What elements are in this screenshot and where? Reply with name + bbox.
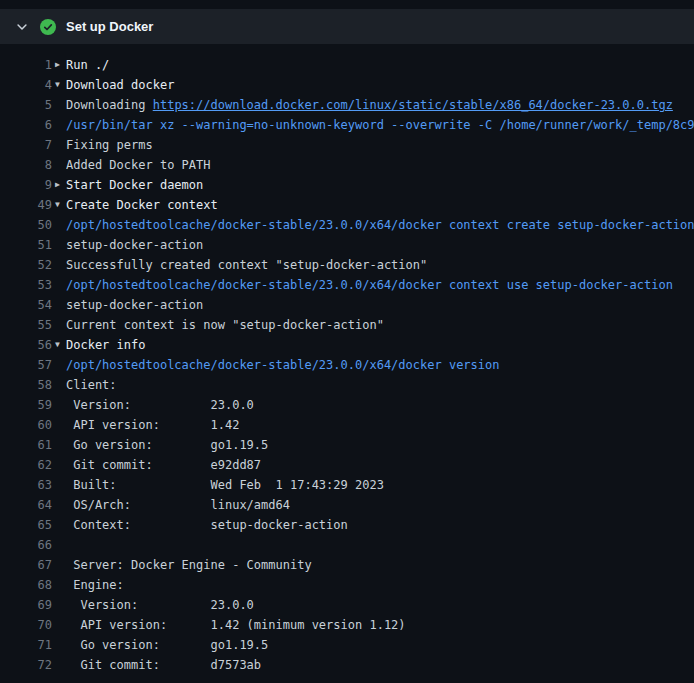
line-number-link[interactable]: 70 [0,615,52,635]
log-text: Engine: [66,575,694,595]
plain-text: setup-docker-action [66,238,203,252]
log-line: 4▼Download docker [0,75,694,95]
log-line: 62 Git commit: e92dd87 [0,455,694,475]
line-number-link[interactable]: 49 [0,195,52,215]
line-number-link[interactable]: 50 [0,215,52,235]
arrow-spacer [52,615,66,635]
log-line: 52Successfully created context "setup-do… [0,255,694,275]
arrow-spacer [52,455,66,475]
log-line: 55Current context is now "setup-docker-a… [0,315,694,335]
line-number-link[interactable]: 1 [0,55,52,75]
arrow-spacer [52,495,66,515]
group-expand-icon[interactable]: ▶ [52,55,66,75]
line-number-link[interactable]: 57 [0,355,52,375]
arrow-spacer [52,515,66,535]
log-url-link[interactable]: https://download.docker.com/linux/static… [153,98,673,112]
chevron-down-icon[interactable] [14,19,30,35]
line-number-link[interactable]: 58 [0,375,52,395]
log-text: Go version: go1.19.5 [66,435,694,455]
line-number-link[interactable]: 60 [0,415,52,435]
arrow-spacer [52,395,66,415]
step-header[interactable]: Set up Docker [0,9,694,44]
log-text: Create Docker context [66,195,694,215]
line-number-link[interactable]: 55 [0,315,52,335]
line-number-link[interactable]: 4 [0,75,52,95]
arrow-spacer [52,355,66,375]
log-text: setup-docker-action [66,235,694,255]
log-text: Built: Wed Feb 1 17:43:29 2023 [66,475,694,495]
log-line: 67 Server: Docker Engine - Community [0,555,694,575]
line-number-link[interactable]: 5 [0,95,52,115]
log-line: 7Fixing perms [0,135,694,155]
log-line: 8Added Docker to PATH [0,155,694,175]
line-number-link[interactable]: 68 [0,575,52,595]
log-lines: 1▶Run ./4▼Download docker5Downloading ht… [0,44,694,675]
line-number-link[interactable]: 56 [0,335,52,355]
line-number-link[interactable]: 7 [0,135,52,155]
plain-text: Current context is now "setup-docker-act… [66,318,384,332]
log-line: 53/opt/hostedtoolcache/docker-stable/23.… [0,275,694,295]
line-number-link[interactable]: 72 [0,655,52,675]
line-number-link[interactable]: 54 [0,295,52,315]
line-number-link[interactable]: 66 [0,535,52,555]
group-title[interactable]: Create Docker context [66,198,218,212]
line-number-link[interactable]: 64 [0,495,52,515]
log-line: 60 API version: 1.42 [0,415,694,435]
line-number-link[interactable]: 53 [0,275,52,295]
log-text: Git commit: d7573ab [66,655,694,675]
arrow-spacer [52,375,66,395]
log-text: API version: 1.42 (minimum version 1.12) [66,615,694,635]
log-text: Go version: go1.19.5 [66,635,694,655]
line-number-link[interactable]: 8 [0,155,52,175]
plain-text: OS/Arch: linux/amd64 [66,498,290,512]
log-text: Client: [66,375,694,395]
command-text: /opt/hostedtoolcache/docker-stable/23.0.… [66,218,694,232]
arrow-spacer [52,575,66,595]
group-title[interactable]: Start Docker daemon [66,178,203,192]
line-number-link[interactable]: 63 [0,475,52,495]
arrow-spacer [52,235,66,255]
line-number-link[interactable]: 52 [0,255,52,275]
log-text: OS/Arch: linux/amd64 [66,495,694,515]
line-number-link[interactable]: 62 [0,455,52,475]
log-text: /opt/hostedtoolcache/docker-stable/23.0.… [66,215,694,235]
line-number-link[interactable]: 9 [0,175,52,195]
group-expand-icon[interactable]: ▶ [52,175,66,195]
group-title[interactable]: Docker info [66,338,145,352]
group-collapse-icon[interactable]: ▼ [52,195,66,215]
log-line: 5Downloading https://download.docker.com… [0,95,694,115]
log-line: 68 Engine: [0,575,694,595]
log-line: 59 Version: 23.0.0 [0,395,694,415]
arrow-spacer [52,115,66,135]
group-title[interactable]: Download docker [66,78,174,92]
arrow-spacer [52,415,66,435]
arrow-spacer [52,535,66,555]
plain-text: Built: Wed Feb 1 17:43:29 2023 [66,478,384,492]
step-title: Set up Docker [66,19,153,34]
line-number-link[interactable]: 59 [0,395,52,415]
group-collapse-icon[interactable]: ▼ [52,335,66,355]
plain-text: Engine: [66,578,124,592]
group-collapse-icon[interactable]: ▼ [52,75,66,95]
plain-text: Client: [66,378,117,392]
plain-text: Downloading [66,98,153,112]
plain-text: API version: 1.42 [66,418,239,432]
group-title[interactable]: Run ./ [66,58,109,72]
line-number-link[interactable]: 65 [0,515,52,535]
arrow-spacer [52,555,66,575]
line-number-link[interactable]: 69 [0,595,52,615]
line-number-link[interactable]: 61 [0,435,52,455]
plain-text: Version: 23.0.0 [66,598,254,612]
line-number-link[interactable]: 67 [0,555,52,575]
log-text: Version: 23.0.0 [66,395,694,415]
log-text: Server: Docker Engine - Community [66,555,694,575]
line-number-link[interactable]: 71 [0,635,52,655]
line-number-link[interactable]: 6 [0,115,52,135]
log-text: /usr/bin/tar xz --warning=no-unknown-key… [66,115,694,135]
log-text: setup-docker-action [66,295,694,315]
arrow-spacer [52,255,66,275]
line-number-link[interactable]: 51 [0,235,52,255]
log-line: 71 Go version: go1.19.5 [0,635,694,655]
plain-text: Version: 23.0.0 [66,398,254,412]
command-text: /opt/hostedtoolcache/docker-stable/23.0.… [66,358,499,372]
